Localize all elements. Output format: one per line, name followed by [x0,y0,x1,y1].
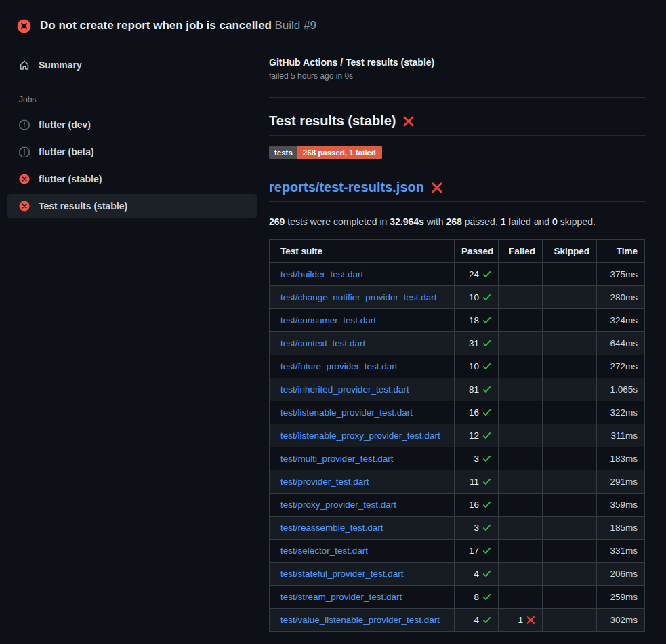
total-count: 269 [269,216,285,227]
passed-value: 31 [469,338,479,348]
check-icon [482,454,491,463]
home-icon [19,60,30,71]
table-row: test/future_provider_test.dart 10 272ms [270,355,645,378]
table-row: test/listenable_provider_test.dart 16 32… [270,401,645,424]
failed-status-icon [17,19,31,33]
time-value: 302ms [597,609,645,632]
sidebar-item-test-results-stable[interactable]: Test results (stable) [7,194,257,218]
report-heading: reports/test-results.json [269,180,646,195]
test-suite-link[interactable]: test/builder_test.dart [280,269,363,279]
test-suite-link[interactable]: test/change_notifier_provider_test.dart [280,292,436,302]
check-icon [482,431,491,440]
test-suite-link[interactable]: test/future_provider_test.dart [280,361,398,371]
table-header-row: Test suite Passed Failed Skipped Time [270,240,645,263]
table-row: test/change_notifier_provider_test.dart … [270,286,645,309]
table-row: test/proxy_provider_test.dart 16 359ms [270,494,645,517]
column-header-skipped: Skipped [543,240,597,263]
test-suite-link[interactable]: test/proxy_provider_test.dart [280,500,396,510]
test-suite-link[interactable]: test/listenable_proxy_provider_test.dart [280,430,440,441]
check-icon [482,316,491,325]
table-body: test/builder_test.dart 24 375ms test/cha… [270,263,645,632]
column-header-passed: Passed [455,240,499,263]
main-content: GitHub Actions / Test results (stable) f… [264,39,666,632]
time-value: 324ms [597,309,645,332]
sidebar-item-flutter-stable[interactable]: flutter (stable) [7,167,257,191]
passed-value: 81 [469,384,479,395]
test-suite-link[interactable]: test/inherited_provider_test.dart [280,384,409,395]
check-icon [482,523,491,532]
test-results-table: Test suite Passed Failed Skipped Time te… [269,239,645,632]
skipped-count: 0 [552,216,558,227]
time-value: 359ms [597,494,645,517]
x-icon [526,616,535,624]
job-label: flutter (dev) [39,119,91,130]
passed-value: 4 [474,569,479,579]
job-label: flutter (stable) [39,174,102,184]
build-number: Build #9 [274,19,316,32]
sidebar-item-flutter-beta[interactable]: flutter (beta) [7,140,257,164]
jobs-section-label: Jobs [7,95,257,104]
passed-value: 24 [469,269,479,279]
page-title: Do not create report when job is cancell… [40,19,316,33]
failed-count: 1 [501,216,506,227]
section-title-text: Test results (stable) [269,113,396,129]
passed-value: 3 [474,523,479,533]
page-header: Do not create report when job is cancell… [0,0,666,39]
test-suite-link[interactable]: test/value_listenable_provider_test.dart [280,615,440,625]
table-row: test/listenable_proxy_provider_test.dart… [270,424,645,447]
sidebar: Summary Jobs flutter (dev) flutter (beta… [0,39,264,221]
divider [269,135,646,136]
passed-value: 4 [474,615,479,625]
passed-value: 10 [469,361,479,371]
check-icon [482,616,491,624]
check-icon [482,546,491,555]
test-suite-link[interactable]: test/listenable_provider_test.dart [280,407,413,418]
test-suite-link[interactable]: test/stream_provider_test.dart [280,592,402,602]
tests-badge: tests 268 passed, 1 failed [269,146,382,159]
table-row: test/stream_provider_test.dart 8 259ms [270,586,645,609]
test-suite-link[interactable]: test/selector_test.dart [280,546,368,556]
check-icon [482,408,491,417]
time-value: 1.065s [597,378,645,401]
jobs-list: flutter (dev) flutter (beta) flutter (st… [7,113,257,218]
passed-count: 268 [446,216,462,227]
passed-value: 8 [474,592,479,602]
divider [269,201,646,202]
cancelled-status-icon [19,146,30,157]
time-value: 259ms [597,586,645,609]
badge-value: 268 passed, 1 failed [297,146,382,159]
passed-value: 18 [469,315,479,325]
badge-label: tests [269,146,297,159]
table-row: test/reassemble_test.dart 3 185ms [270,517,645,540]
time-value: 291ms [597,470,645,494]
results-summary: 269 tests were completed in 32.964s with… [269,216,646,227]
passed-value: 11 [470,477,479,487]
table-row: test/provider_test.dart 11 291ms [270,470,645,494]
table-row: test/selector_test.dart 17 331ms [270,540,645,563]
test-suite-link[interactable]: test/context_test.dart [280,338,365,348]
test-suite-link[interactable]: test/reassemble_test.dart [280,523,383,533]
column-header-failed: Failed [499,240,543,263]
sidebar-item-summary[interactable]: Summary [7,53,257,77]
report-file-link[interactable]: reports/test-results.json [269,180,424,195]
check-icon [482,293,491,302]
column-header-time: Time [597,240,645,263]
job-label: flutter (beta) [39,146,94,157]
passed-value: 16 [469,500,479,510]
passed-value: 17 [469,546,479,556]
duration: 32.964s [390,216,424,227]
test-suite-link[interactable]: test/consumer_test.dart [280,315,376,325]
test-suite-link[interactable]: test/multi_provider_test.dart [280,454,394,464]
test-suite-link[interactable]: test/provider_test.dart [280,477,369,487]
check-icon [482,339,491,348]
table-row: test/context_test.dart 31 644ms [270,332,645,355]
check-icon [482,362,491,371]
sidebar-item-flutter-dev[interactable]: flutter (dev) [7,113,257,137]
check-icon [482,477,491,486]
check-icon [482,270,491,279]
failed-x-icon [402,115,415,127]
failed-value: 1 [518,615,523,625]
time-value: 644ms [597,332,645,355]
test-suite-link[interactable]: test/stateful_provider_test.dart [280,569,404,579]
table-row: test/multi_provider_test.dart 3 183ms [270,447,645,470]
